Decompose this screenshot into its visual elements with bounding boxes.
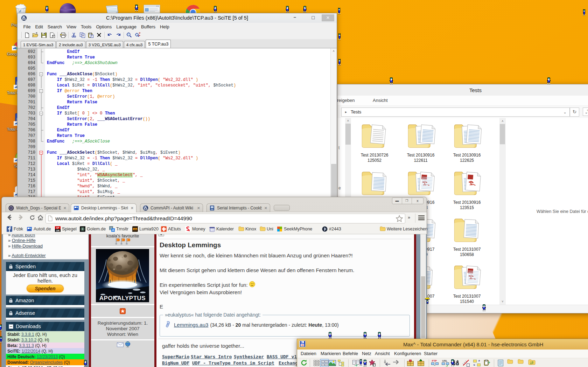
scite-menu-search[interactable]: Search <box>45 23 64 30</box>
scite-toolbar-print-icon[interactable] <box>59 32 67 39</box>
scite-code-text[interactable]: EndIf Return TrueEndFunc ;==>_ASockShutd… <box>45 48 330 203</box>
scite-fold-margin[interactable] <box>37 48 45 203</box>
tc-toolbar-refresh-button[interactable] <box>300 359 309 367</box>
scite-editor[interactable]: 6926936946956966976986997007017027037047… <box>18 48 337 203</box>
tc-toolbar-ftp-button[interactable]: FTP <box>430 359 439 367</box>
sidebar-link-hilfe-download[interactable]: » Hilfe-Download <box>8 243 88 248</box>
signature-link-1[interactable]: SuperMario <box>162 354 189 359</box>
tc-toolbar-tree-button[interactable] <box>337 359 345 367</box>
bookmark-golem-de[interactable]: Golem.de <box>80 226 106 232</box>
bookmark-aetuts[interactable]: AEtuts <box>161 226 181 232</box>
fold-marker[interactable] <box>37 99 45 105</box>
browser-minimize-button[interactable]: ▬ <box>392 198 402 204</box>
nav-scroll-thumb[interactable] <box>345 124 351 145</box>
tc-menu-starter[interactable]: Starter <box>424 351 438 356</box>
scite-scroll-up-icon[interactable]: ˄︎ <box>331 49 337 53</box>
scite-tab-3[interactable]: 3 V2G_EVSE.au3 <box>86 41 123 48</box>
browser-reload-button[interactable] <box>29 215 35 221</box>
browser-scroll-thumb[interactable] <box>421 276 425 338</box>
tc-toolbar-image-button[interactable] <box>328 359 337 367</box>
scite-toolbar-new-icon[interactable] <box>23 32 31 39</box>
fold-marker[interactable] <box>37 77 45 83</box>
explorer-item-Test-20130916-122625[interactable]: Test 20130916122625 <box>446 120 488 163</box>
tc-toolbar-folder-button[interactable] <box>507 359 516 367</box>
bookmark-lumia920[interactable]: xdaLumia920 <box>132 226 159 232</box>
profile-email-icon[interactable] <box>117 342 124 347</box>
sidebar-link-autoit-buch[interactable]: » AutoIt Buch <box>8 234 88 237</box>
download-row-OrganizeIncludes[interactable]: Download: OrganizeIncludes (Q) <box>6 359 84 365</box>
scite-toolbar-save-icon[interactable] <box>40 32 48 39</box>
explorer-item-Test-20131007-151540[interactable]: Test 20131007151540 <box>446 261 488 304</box>
scite-toolbar-replace-icon[interactable] <box>133 32 142 39</box>
tc-toolbar-folder-button[interactable] <box>518 359 526 367</box>
scite-scroll-thumb[interactable] <box>331 164 336 197</box>
tc-toolbar-star-button[interactable] <box>368 359 377 367</box>
scite-maximize-button[interactable]: □ <box>312 15 315 20</box>
fold-marker[interactable] <box>37 172 45 178</box>
fold-marker[interactable] <box>37 189 45 195</box>
explorer-ribbon-tab-ansicht[interactable]: Ansicht <box>373 98 388 103</box>
scite-close-button[interactable]: ✕ <box>322 14 334 21</box>
fold-marker[interactable] <box>37 60 45 66</box>
signature-link-6[interactable]: UDF - TrueType Fonts im Script <box>192 360 274 366</box>
signature-link-3[interactable]: Synthesizer <box>234 354 264 359</box>
spenden-button[interactable]: Spenden <box>27 285 63 292</box>
fold-marker[interactable] <box>37 88 45 94</box>
scite-toolbar-saveclose-icon[interactable] <box>48 32 56 39</box>
fold-marker[interactable] <box>37 111 45 116</box>
scite-menu-language[interactable]: Language <box>114 23 139 30</box>
explorer-breadcrumb[interactable]: Tests <box>351 109 361 115</box>
bookmark-uni[interactable]: Uni <box>260 226 273 232</box>
browser-menu-button[interactable] <box>418 215 425 221</box>
scite-toolbar-find-icon[interactable] <box>125 32 133 39</box>
download-row-3-3-10-2[interactable]: Stabil: 3.3.10.2 (Q, H) <box>6 337 84 342</box>
signature-link-2[interactable]: Star Wars Intro <box>191 354 232 359</box>
tc-toolbar-gridsel-button[interactable] <box>320 359 329 367</box>
tc-toolbar-clip-button[interactable] <box>483 359 491 367</box>
collapse-icon[interactable] <box>9 324 13 329</box>
scite-tab-1[interactable]: 1 EVSE-Sim.au3 <box>21 41 56 48</box>
explorer-ribbon-tab-freigeben[interactable]: Freigeben <box>337 98 355 103</box>
explorer-scroll-up-icon[interactable]: ˄︎ <box>499 119 506 123</box>
browser-forward-button[interactable] <box>18 214 24 221</box>
bookmark-seekmyphone[interactable]: SeekMyPhone <box>277 226 312 232</box>
scite-menu-file[interactable]: File <box>21 23 33 30</box>
download-row-12-23-2013[interactable]: Hilfe Deutsch: 12/23/2013 (Q) <box>6 354 84 359</box>
tc-toolbar-pinback-button[interactable] <box>383 359 391 367</box>
fold-marker[interactable] <box>37 105 45 111</box>
tc-toolbar-fwd-button[interactable] <box>392 359 401 367</box>
scite-toolbar-cut-icon[interactable] <box>70 32 78 39</box>
fold-marker[interactable] <box>37 127 45 133</box>
explorer-scroll-thumb[interactable] <box>500 124 505 144</box>
fold-marker[interactable] <box>37 155 45 161</box>
scite-toolbar-open-icon[interactable] <box>31 32 40 39</box>
tc-toolbar-url-button[interactable]: URL <box>441 359 449 367</box>
explorer-item-Test-20131007-150658[interactable]: Test 20131007150658 <box>446 214 488 257</box>
sidebar-link-autoit-entwickler[interactable]: » AutoIt-Entwickler <box>8 253 88 257</box>
scite-menu-help[interactable]: Help <box>158 23 172 30</box>
browser-tab-2[interactable]: Desktop Lemmings - Skrip✕ <box>71 203 136 212</box>
bookmark-kinox[interactable]: Kinox <box>238 226 256 232</box>
fold-marker[interactable] <box>37 83 45 88</box>
explorer-search-input[interactable]: „T <box>583 108 588 116</box>
scite-toolbar-redo-icon[interactable] <box>114 32 122 39</box>
browser-newtab-button[interactable] <box>274 205 290 211</box>
bookmark--2443[interactable]: #2443 <box>322 226 341 232</box>
browser-tab-1[interactable]: Watch_Dogs - Special Edit✕ <box>6 203 69 212</box>
fold-marker[interactable] <box>37 161 45 167</box>
fold-marker[interactable] <box>37 144 45 150</box>
nav-scroll-up-icon[interactable]: ˄︎ <box>345 119 351 123</box>
scite-tab-5[interactable]: 5 TCP.au3 <box>146 40 171 48</box>
explorer-item-Test-20130916-122611[interactable]: Test 20130916122611 <box>400 120 442 163</box>
tc-menu-markieren[interactable]: Markieren <box>321 351 341 356</box>
fold-marker[interactable] <box>37 55 45 60</box>
tc-menu-dateien[interactable]: Dateien <box>301 351 316 356</box>
explorer-address-bar[interactable]: ▸ Tests <box>341 108 566 117</box>
explorer-item-Test-20130916-123515[interactable]: Test 20130916123515 <box>446 167 488 210</box>
tc-toolbar-foldersync-button[interactable] <box>528 359 537 367</box>
browser-urlbar[interactable]: www.autoit.de/index.php?page=Thread&thre… <box>46 214 405 223</box>
browser-tab-3[interactable]: CommAPI - AutoIt Wiki✕ <box>140 203 203 212</box>
tab-close-icon[interactable]: ✕ <box>131 206 134 210</box>
scite-toolbar-paste-icon[interactable] <box>86 32 95 39</box>
scite-tab-2[interactable]: 2 include.au3 <box>56 41 85 48</box>
